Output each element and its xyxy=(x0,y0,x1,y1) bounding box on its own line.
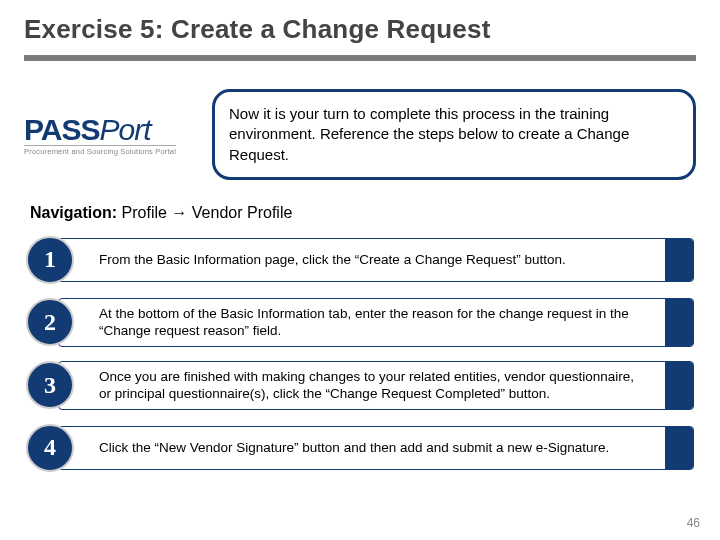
intro-callout: Now it is your turn to complete this pro… xyxy=(212,89,696,180)
step-number-badge: 1 xyxy=(26,236,74,284)
step-text: Click the “New Vendor Signature” button … xyxy=(99,439,645,457)
step-text: At the bottom of the Basic Information t… xyxy=(99,305,675,340)
logo-tagline: Procurement and Sourcing Solutions Porta… xyxy=(24,145,176,156)
step-text: From the Basic Information page, click t… xyxy=(99,251,602,269)
title-divider xyxy=(24,55,696,61)
step-bar: Once you are finished with making change… xyxy=(58,361,694,410)
slide: Exercise 5: Create a Change Request PASS… xyxy=(0,0,720,540)
intro-row: PASSPort Procurement and Sourcing Soluti… xyxy=(24,89,696,180)
step-number-badge: 2 xyxy=(26,298,74,346)
passport-logo: PASSPort Procurement and Sourcing Soluti… xyxy=(24,113,194,156)
step-item: 4 Click the “New Vendor Signature” butto… xyxy=(26,424,694,472)
step-bar: At the bottom of the Basic Information t… xyxy=(58,298,694,347)
step-item: 2 At the bottom of the Basic Information… xyxy=(26,298,694,347)
step-item: 3 Once you are finished with making chan… xyxy=(26,361,694,410)
step-bar: Click the “New Vendor Signature” button … xyxy=(58,426,694,470)
logo-wordmark: PASSPort xyxy=(24,113,151,147)
page-title: Exercise 5: Create a Change Request xyxy=(24,14,696,45)
step-number-badge: 4 xyxy=(26,424,74,472)
navigation-label: Navigation: xyxy=(30,204,117,221)
logo-text-port: Port xyxy=(99,113,150,147)
navigation-value: Profile → Vendor Profile xyxy=(122,204,293,221)
page-number: 46 xyxy=(687,516,700,530)
step-list: 1 From the Basic Information page, click… xyxy=(24,236,696,472)
navigation-path: Navigation: Profile → Vendor Profile xyxy=(30,204,696,222)
step-item: 1 From the Basic Information page, click… xyxy=(26,236,694,284)
step-bar: From the Basic Information page, click t… xyxy=(58,238,694,282)
logo-text-pass: PASS xyxy=(24,113,99,147)
step-text: Once you are finished with making change… xyxy=(99,368,675,403)
